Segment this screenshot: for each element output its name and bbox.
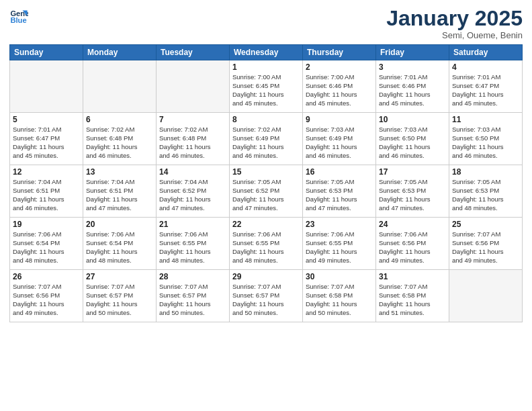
calendar-cell: 17Sunrise: 7:05 AM Sunset: 6:53 PM Dayli…: [376, 165, 449, 218]
calendar-cell: 31Sunrise: 7:07 AM Sunset: 6:58 PM Dayli…: [376, 270, 449, 322]
weekday-header-monday: Monday: [83, 45, 157, 60]
calendar-table: SundayMondayTuesdayWednesdayThursdayFrid…: [9, 44, 523, 322]
day-info: Sunrise: 7:03 AM Sunset: 6:50 PM Dayligh…: [452, 126, 519, 160]
day-info: Sunrise: 7:07 AM Sunset: 6:58 PM Dayligh…: [379, 283, 446, 317]
day-number: 5: [13, 115, 80, 124]
day-number: 6: [86, 115, 153, 124]
calendar-week-row: 26Sunrise: 7:07 AM Sunset: 6:56 PM Dayli…: [10, 270, 523, 322]
calendar-cell: 4Sunrise: 7:01 AM Sunset: 6:47 PM Daylig…: [449, 60, 523, 113]
day-info: Sunrise: 7:02 AM Sunset: 6:48 PM Dayligh…: [86, 126, 153, 160]
day-info: Sunrise: 7:01 AM Sunset: 6:47 PM Dayligh…: [13, 126, 80, 160]
calendar-cell: 29Sunrise: 7:07 AM Sunset: 6:57 PM Dayli…: [230, 270, 303, 322]
day-info: Sunrise: 7:02 AM Sunset: 6:49 PM Dayligh…: [232, 126, 300, 160]
calendar-cell: 5Sunrise: 7:01 AM Sunset: 6:47 PM Daylig…: [10, 113, 83, 165]
calendar-cell: 24Sunrise: 7:06 AM Sunset: 6:56 PM Dayli…: [376, 218, 449, 270]
weekday-header-sunday: Sunday: [10, 45, 83, 60]
day-number: 29: [232, 272, 300, 281]
calendar-week-row: 1Sunrise: 7:00 AM Sunset: 6:45 PM Daylig…: [10, 60, 523, 113]
calendar-cell: 26Sunrise: 7:07 AM Sunset: 6:56 PM Dayli…: [10, 270, 83, 322]
day-number: 2: [306, 62, 373, 72]
day-number: 20: [86, 220, 153, 229]
day-info: Sunrise: 7:03 AM Sunset: 6:49 PM Dayligh…: [306, 126, 373, 160]
day-number: 27: [86, 272, 153, 281]
day-info: Sunrise: 7:00 AM Sunset: 6:45 PM Dayligh…: [232, 73, 300, 107]
day-number: 22: [232, 220, 300, 229]
calendar-cell: 12Sunrise: 7:04 AM Sunset: 6:51 PM Dayli…: [10, 165, 83, 218]
weekday-header-friday: Friday: [376, 45, 449, 60]
month-title: January 2025: [386, 7, 523, 30]
day-info: Sunrise: 7:05 AM Sunset: 6:53 PM Dayligh…: [452, 178, 519, 212]
day-number: 28: [159, 272, 226, 281]
calendar-cell: 30Sunrise: 7:07 AM Sunset: 6:58 PM Dayli…: [303, 270, 376, 322]
day-info: Sunrise: 7:01 AM Sunset: 6:47 PM Dayligh…: [452, 73, 519, 107]
day-info: Sunrise: 7:01 AM Sunset: 6:46 PM Dayligh…: [379, 73, 446, 107]
day-number: 1: [232, 62, 300, 72]
day-number: 7: [159, 115, 226, 124]
day-info: Sunrise: 7:05 AM Sunset: 6:53 PM Dayligh…: [306, 178, 373, 212]
day-number: 21: [159, 220, 226, 229]
day-info: Sunrise: 7:07 AM Sunset: 6:57 PM Dayligh…: [159, 283, 226, 317]
day-info: Sunrise: 7:06 AM Sunset: 6:55 PM Dayligh…: [159, 230, 226, 265]
day-info: Sunrise: 7:00 AM Sunset: 6:46 PM Dayligh…: [306, 73, 373, 107]
day-number: 9: [306, 115, 373, 124]
day-info: Sunrise: 7:07 AM Sunset: 6:56 PM Dayligh…: [13, 283, 80, 317]
weekday-header-wednesday: Wednesday: [230, 45, 303, 60]
day-info: Sunrise: 7:06 AM Sunset: 6:54 PM Dayligh…: [13, 230, 80, 265]
calendar-cell: 13Sunrise: 7:04 AM Sunset: 6:51 PM Dayli…: [83, 165, 157, 218]
day-info: Sunrise: 7:07 AM Sunset: 6:57 PM Dayligh…: [232, 283, 300, 317]
day-info: Sunrise: 7:07 AM Sunset: 6:58 PM Dayligh…: [306, 283, 373, 317]
day-number: 18: [452, 167, 519, 177]
calendar-cell: 25Sunrise: 7:07 AM Sunset: 6:56 PM Dayli…: [449, 218, 523, 270]
calendar-cell: 2Sunrise: 7:00 AM Sunset: 6:46 PM Daylig…: [303, 60, 376, 113]
calendar-cell: 3Sunrise: 7:01 AM Sunset: 6:46 PM Daylig…: [376, 60, 449, 113]
calendar-cell: 21Sunrise: 7:06 AM Sunset: 6:55 PM Dayli…: [157, 218, 230, 270]
calendar-cell: 16Sunrise: 7:05 AM Sunset: 6:53 PM Dayli…: [303, 165, 376, 218]
day-number: 24: [379, 220, 446, 229]
day-number: 30: [306, 272, 373, 281]
day-info: Sunrise: 7:05 AM Sunset: 6:52 PM Dayligh…: [232, 178, 300, 212]
calendar-cell: [10, 60, 83, 113]
svg-text:Blue: Blue: [10, 16, 26, 24]
day-info: Sunrise: 7:07 AM Sunset: 6:56 PM Dayligh…: [452, 230, 519, 265]
calendar-header-row: SundayMondayTuesdayWednesdayThursdayFrid…: [10, 45, 523, 60]
calendar-cell: 6Sunrise: 7:02 AM Sunset: 6:48 PM Daylig…: [83, 113, 157, 165]
calendar-week-row: 19Sunrise: 7:06 AM Sunset: 6:54 PM Dayli…: [10, 218, 523, 270]
weekday-header-saturday: Saturday: [449, 45, 523, 60]
calendar-cell: 28Sunrise: 7:07 AM Sunset: 6:57 PM Dayli…: [157, 270, 230, 322]
day-info: Sunrise: 7:04 AM Sunset: 6:51 PM Dayligh…: [13, 178, 80, 212]
calendar-cell: 7Sunrise: 7:02 AM Sunset: 6:48 PM Daylig…: [157, 113, 230, 165]
day-number: 11: [452, 115, 519, 124]
day-info: Sunrise: 7:07 AM Sunset: 6:57 PM Dayligh…: [86, 283, 153, 317]
calendar-cell: 14Sunrise: 7:04 AM Sunset: 6:52 PM Dayli…: [157, 165, 230, 218]
calendar-cell: 8Sunrise: 7:02 AM Sunset: 6:49 PM Daylig…: [230, 113, 303, 165]
day-number: 31: [379, 272, 446, 281]
title-block: January 2025 Semi, Oueme, Benin: [386, 7, 523, 40]
day-number: 4: [452, 62, 519, 72]
day-number: 10: [379, 115, 446, 124]
weekday-header-tuesday: Tuesday: [157, 45, 230, 60]
location-subtitle: Semi, Oueme, Benin: [386, 30, 523, 40]
day-info: Sunrise: 7:02 AM Sunset: 6:48 PM Dayligh…: [159, 126, 226, 160]
logo: General Blue: [9, 7, 28, 26]
day-number: 19: [13, 220, 80, 229]
calendar-cell: 19Sunrise: 7:06 AM Sunset: 6:54 PM Dayli…: [10, 218, 83, 270]
day-info: Sunrise: 7:03 AM Sunset: 6:50 PM Dayligh…: [379, 126, 446, 160]
weekday-header-thursday: Thursday: [303, 45, 376, 60]
logo-icon: General Blue: [9, 7, 28, 26]
page-header: General Blue January 2025 Semi, Oueme, B…: [9, 7, 523, 40]
calendar-week-row: 12Sunrise: 7:04 AM Sunset: 6:51 PM Dayli…: [10, 165, 523, 218]
day-info: Sunrise: 7:05 AM Sunset: 6:53 PM Dayligh…: [379, 178, 446, 212]
day-info: Sunrise: 7:06 AM Sunset: 6:55 PM Dayligh…: [232, 230, 300, 265]
day-number: 13: [86, 167, 153, 177]
calendar-week-row: 5Sunrise: 7:01 AM Sunset: 6:47 PM Daylig…: [10, 113, 523, 165]
calendar-cell: [449, 270, 523, 322]
calendar-cell: 20Sunrise: 7:06 AM Sunset: 6:54 PM Dayli…: [83, 218, 157, 270]
day-info: Sunrise: 7:06 AM Sunset: 6:55 PM Dayligh…: [306, 230, 373, 265]
calendar-cell: 10Sunrise: 7:03 AM Sunset: 6:50 PM Dayli…: [376, 113, 449, 165]
calendar-cell: 15Sunrise: 7:05 AM Sunset: 6:52 PM Dayli…: [230, 165, 303, 218]
calendar-cell: 1Sunrise: 7:00 AM Sunset: 6:45 PM Daylig…: [230, 60, 303, 113]
day-info: Sunrise: 7:04 AM Sunset: 6:51 PM Dayligh…: [86, 178, 153, 212]
calendar-cell: 18Sunrise: 7:05 AM Sunset: 6:53 PM Dayli…: [449, 165, 523, 218]
calendar-cell: 9Sunrise: 7:03 AM Sunset: 6:49 PM Daylig…: [303, 113, 376, 165]
calendar-cell: 22Sunrise: 7:06 AM Sunset: 6:55 PM Dayli…: [230, 218, 303, 270]
